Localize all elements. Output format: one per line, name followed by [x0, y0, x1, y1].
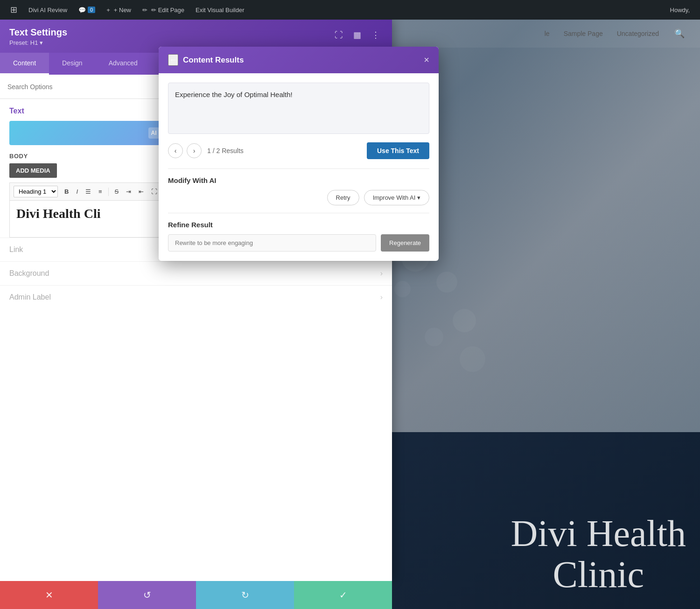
background-expand-icon: ›	[380, 269, 383, 278]
save-icon: ✓	[339, 589, 347, 601]
result-nav-left: ‹ › 1 / 2 Results	[168, 143, 244, 158]
pencil-icon: ✏	[142, 7, 147, 14]
indent-button[interactable]: ⇥	[123, 187, 134, 196]
dialog-body: ‹ › 1 / 2 Results Use This Text Modify W…	[159, 73, 439, 261]
modify-actions: Retry Improve With AI ▾	[168, 190, 429, 205]
deco-circle-4	[453, 309, 476, 332]
save-button[interactable]: ✓	[294, 581, 392, 609]
refine-input-wrap: Regenerate	[168, 234, 429, 252]
cancel-button[interactable]: ✕	[0, 581, 98, 609]
retry-label: Retry	[336, 194, 350, 201]
panel-title-group: Text Settings Preset: H1 ▾	[9, 27, 67, 46]
wp-icon: ⊞	[10, 5, 17, 15]
hero-title-line2: Clinic	[511, 554, 686, 595]
ai-icon: AI	[148, 127, 160, 139]
nav-sample-label[interactable]: le	[545, 30, 550, 37]
add-media-button[interactable]: ADD MEDIA	[9, 163, 57, 178]
editor-content: Divi Health Cli	[16, 206, 100, 221]
dialog-close-button[interactable]: ×	[424, 55, 429, 65]
modify-section: Modify With AI Retry Improve With AI ▾	[168, 168, 429, 205]
edit-page-button[interactable]: ✏ ✏ Edit Page	[138, 0, 189, 20]
hero-title-line1: Divi Health	[511, 513, 686, 554]
prev-icon: ‹	[175, 147, 177, 154]
result-textarea[interactable]	[168, 83, 429, 134]
deco-circle-6	[460, 346, 485, 372]
strikethrough-button[interactable]: S	[112, 187, 122, 196]
cancel-icon: ✕	[45, 589, 53, 601]
nav-sample-page[interactable]: Sample Page	[564, 30, 603, 37]
comments-icon: 💬	[78, 7, 86, 14]
hero-text: Divi Health Clinic	[511, 513, 686, 595]
retry-button[interactable]: Retry	[327, 190, 359, 205]
use-this-text-button[interactable]: Use This Text	[367, 142, 429, 159]
panel-columns-button[interactable]: ▦	[350, 29, 364, 41]
link-label: Link	[9, 245, 23, 254]
search-icon: 🔍	[674, 28, 685, 39]
page-nav: le Sample Page Uncategorized 🔍	[392, 20, 700, 48]
edit-page-label: ✏ Edit Page	[151, 7, 184, 14]
deco-circle-2	[436, 272, 457, 293]
result-count: 1 / 2 Results	[207, 147, 244, 154]
plus-icon: +	[106, 7, 110, 14]
redo-icon: ↻	[241, 589, 249, 601]
new-content-button[interactable]: + + New	[102, 0, 136, 20]
panel-more-button[interactable]: ⋮	[369, 29, 383, 41]
redo-button[interactable]: ↻	[196, 581, 294, 609]
site-name-button[interactable]: Divi AI Review	[24, 0, 72, 20]
text-section-title: Text	[9, 107, 24, 115]
result-navigation: ‹ › 1 / 2 Results Use This Text	[168, 142, 429, 159]
undo-button[interactable]: ↺	[98, 581, 196, 609]
new-label: + New	[114, 7, 131, 14]
dialog-title: Content Results	[183, 56, 244, 65]
regenerate-button[interactable]: Regenerate	[381, 234, 429, 252]
panel-header-actions: ⛶ ▦ ⋮	[332, 29, 383, 41]
refine-section: Refine Result Regenerate	[168, 213, 429, 252]
modify-title: Modify With AI	[168, 176, 429, 184]
dialog-back-button[interactable]: ←	[168, 54, 178, 66]
bold-button[interactable]: B	[62, 187, 71, 196]
italic-button[interactable]: I	[73, 187, 81, 196]
next-result-button[interactable]: ›	[187, 143, 202, 158]
dialog-header: ← Content Results ×	[159, 47, 439, 73]
deco-circle-5	[425, 328, 443, 346]
site-name-label: Divi AI Review	[28, 7, 67, 14]
wp-logo-button[interactable]: ⊞	[6, 0, 22, 20]
background-label: Background	[9, 269, 49, 278]
exit-vb-button[interactable]: Exit Visual Builder	[191, 0, 249, 20]
next-icon: ›	[193, 147, 196, 154]
tab-advanced[interactable]: Advanced	[96, 53, 151, 75]
admin-label-expand-icon: ›	[380, 293, 383, 301]
refine-title: Refine Result	[168, 221, 429, 229]
refine-input[interactable]	[168, 234, 376, 252]
nav-search-button[interactable]: 🔍	[673, 27, 686, 40]
improve-with-ai-button[interactable]: Improve With AI ▾	[364, 190, 429, 205]
admin-label: Admin Label	[9, 293, 51, 301]
undo-icon: ↺	[143, 589, 151, 601]
panel-title: Text Settings	[9, 27, 67, 38]
admin-bar: ⊞ Divi AI Review 💬 0 + + New ✏ ✏ Edit Pa…	[0, 0, 700, 20]
prev-result-button[interactable]: ‹	[168, 143, 183, 158]
ordered-list-button[interactable]: ≡	[96, 187, 105, 196]
tab-content[interactable]: Content	[0, 53, 49, 75]
comments-button[interactable]: 💬 0	[74, 0, 100, 20]
panel-preset[interactable]: Preset: H1 ▾	[9, 39, 67, 46]
background-section[interactable]: Background ›	[0, 261, 392, 285]
improve-label: Improve With AI ▾	[373, 194, 420, 201]
admin-label-section[interactable]: Admin Label ›	[0, 285, 392, 309]
bottom-bar: ✕ ↺ ↻ ✓	[0, 581, 392, 609]
nav-uncategorized[interactable]: Uncategorized	[617, 30, 659, 37]
unordered-list-button[interactable]: ☰	[83, 187, 94, 196]
toolbar-divider-1	[108, 188, 109, 196]
tab-design[interactable]: Design	[49, 53, 96, 75]
content-results-dialog: ← Content Results × ‹ › 1 / 2 Results Us…	[159, 47, 439, 261]
howdy-label: Howdy,	[665, 0, 694, 20]
comments-count: 0	[88, 7, 95, 13]
dialog-title-wrap: ← Content Results	[168, 54, 244, 66]
heading-select[interactable]: Heading 1 Heading 2 Heading 3 Paragraph	[14, 186, 58, 197]
exit-vb-label: Exit Visual Builder	[196, 7, 245, 14]
panel-fullscreen-button[interactable]: ⛶	[332, 29, 346, 41]
outdent-button[interactable]: ⇤	[136, 187, 147, 196]
deco-circle-3	[394, 281, 411, 297]
